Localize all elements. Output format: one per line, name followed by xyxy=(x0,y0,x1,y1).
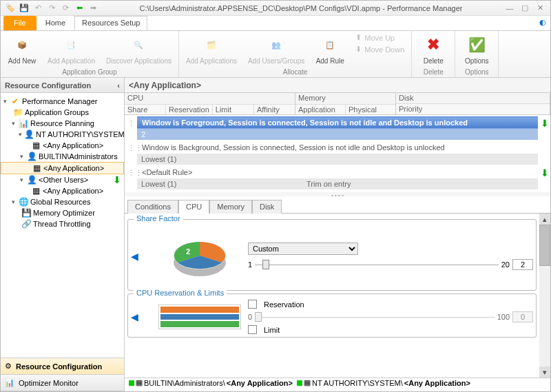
col-memory[interactable]: Memory xyxy=(295,93,395,104)
col-cpu[interactable]: CPU xyxy=(125,93,295,104)
scroll-up-icon[interactable]: ▴ xyxy=(539,214,550,225)
share-slider[interactable]: 1 20 xyxy=(248,259,533,270)
tree-thread-throttling[interactable]: 🔗Thread Throttling xyxy=(1,218,124,229)
slider-max: 100 xyxy=(497,313,510,321)
tree-user-other[interactable]: ▾👤<Other Users>⬇ xyxy=(1,174,124,185)
tree-resource-planning[interactable]: ▾📊Resource Planning xyxy=(1,118,124,129)
rule-trim-value: Trim on entry xyxy=(306,180,396,188)
redo-icon[interactable]: ↷ xyxy=(46,3,57,14)
rule-row[interactable]: ⋮⋮ Window is Background, Session is conn… xyxy=(137,141,538,165)
tree-global-resources[interactable]: ▾🌐Global Resources xyxy=(1,196,124,207)
col-share[interactable]: Share xyxy=(125,104,165,114)
tab-resources-setup[interactable]: Resources Setup xyxy=(74,16,147,30)
rule-row-selected[interactable]: ⋮⋮ Window is Foreground, Session is conn… xyxy=(137,116,538,140)
tree-any-app-3[interactable]: ▦<Any Application> xyxy=(1,185,124,196)
sidebar-title: Resource Configuration xyxy=(5,81,91,90)
reservation-slider[interactable]: 0 100 xyxy=(248,311,533,322)
slider-min: 1 xyxy=(248,260,252,269)
tab-home[interactable]: Home xyxy=(38,16,73,30)
user-icon: 👤 xyxy=(27,175,37,185)
share-mode-select[interactable]: Custom xyxy=(248,243,358,255)
status-app: <Any Application> xyxy=(227,379,293,387)
refresh-icon[interactable]: ⟳ xyxy=(60,3,71,14)
app-icon: ▦ xyxy=(32,163,41,173)
collapse-icon[interactable]: ‹ xyxy=(117,81,120,90)
ribbon: 📦 Add New 📑 Add Application 🔍 Discover A… xyxy=(1,31,550,78)
add-rule-button[interactable]: 📋 Add Rule xyxy=(313,32,347,66)
tab-file[interactable]: File xyxy=(3,16,37,30)
rule-share-value: 2 xyxy=(137,129,538,140)
tree-label: Global Resources xyxy=(30,198,90,206)
rule-title: <Default Rule> xyxy=(137,166,538,178)
share-value-input[interactable] xyxy=(512,259,533,270)
app-icon: ▦ xyxy=(136,378,143,387)
tree-root[interactable]: ▾✔Performance Manager xyxy=(1,96,124,107)
slider-thumb[interactable] xyxy=(262,260,269,269)
drag-handle-icon[interactable]: ⋮⋮ xyxy=(127,119,143,128)
panel-label: Resource Configuration xyxy=(16,362,102,371)
tree-app-groups[interactable]: 📁Application Groups xyxy=(1,107,124,118)
move-left-icon[interactable]: ◀ xyxy=(131,311,152,322)
drag-handle-icon[interactable]: ⋮⋮ xyxy=(127,169,143,178)
tree-user-builtin-admin[interactable]: ▾👤BUILTIN\Administrators xyxy=(1,151,124,162)
panel-resource-configuration[interactable]: ⚙Resource Configuration xyxy=(1,358,124,375)
group-legend: Share Factor xyxy=(134,214,183,223)
options-icon: ✅ xyxy=(466,34,488,56)
help-icon[interactable]: ◐ xyxy=(539,18,546,27)
arrow-down-icon: ⬇ xyxy=(355,45,362,54)
rule-share-value: Lowest (1) xyxy=(141,180,306,188)
delete-button[interactable]: ✖ Delete xyxy=(416,32,450,66)
col-disk[interactable]: Disk xyxy=(396,93,550,103)
sidebar-bottom-panels: ⚙Resource Configuration 📊Optimizer Monit… xyxy=(1,358,124,391)
folder-icon: 📁 xyxy=(13,107,23,117)
col-application[interactable]: Application xyxy=(295,104,345,114)
tree-any-app-1[interactable]: ▦<Any Application> xyxy=(1,140,124,151)
app-icon: ▦ xyxy=(304,378,311,387)
tree-memory-optimizer[interactable]: 💾Memory Optimizer xyxy=(1,207,124,218)
back-icon[interactable]: ⬅ xyxy=(74,3,85,14)
col-reservation[interactable]: Reservation xyxy=(165,104,212,114)
drag-handle-icon[interactable]: ⋮⋮ xyxy=(127,144,143,153)
col-limit[interactable]: Limit xyxy=(212,104,253,114)
scrollbar[interactable]: ▴ ▾ xyxy=(539,214,550,378)
options-button[interactable]: ✅ Options xyxy=(459,32,494,66)
move-left-icon[interactable]: ◀ xyxy=(131,251,152,262)
move-down-arrow-icon[interactable]: ⬇ xyxy=(113,174,121,185)
tree-user-nt-authority[interactable]: ▾👤NT AUTHORITY\SYSTEM xyxy=(1,129,124,140)
tree-label: Resource Planning xyxy=(30,119,94,127)
title-bar: 🏷️ 💾 ↶ ↷ ⟳ ⬅ ➡ C:\Users\Administrator.AP… xyxy=(1,1,550,16)
limit-checkbox[interactable] xyxy=(248,325,257,334)
col-priority[interactable]: Priority xyxy=(396,103,550,114)
tree-label: Thread Throttling xyxy=(33,220,91,228)
scroll-down-icon[interactable]: ▾ xyxy=(539,367,550,378)
save-icon[interactable]: 💾 xyxy=(19,3,30,14)
col-physical[interactable]: Physical xyxy=(345,104,395,114)
ribbon-tab-strip: File Home Resources Setup ◐ xyxy=(1,16,550,31)
close-icon[interactable]: ✕ xyxy=(534,3,546,14)
tree-label: BUILTIN\Administrators xyxy=(39,152,118,161)
share-factor-group: Share Factor ◀ 2 Custom xyxy=(127,219,537,291)
delete-label: Delete xyxy=(424,57,444,65)
reservation-checkbox[interactable] xyxy=(248,300,257,309)
tab-disk[interactable]: Disk xyxy=(252,200,282,214)
tab-memory[interactable]: Memory xyxy=(209,200,252,214)
tab-cpu[interactable]: CPU xyxy=(178,200,209,214)
slider-thumb[interactable] xyxy=(255,312,262,322)
rule-row-default[interactable]: ⋮⋮ <Default Rule> Lowest (1) Trim on ent… xyxy=(137,166,538,189)
discover-icon: 🔍 xyxy=(127,34,149,56)
add-new-button[interactable]: 📦 Add New xyxy=(5,32,39,66)
move-down-arrow-icon[interactable]: ⬇ xyxy=(541,167,549,178)
minimize-icon[interactable]: — xyxy=(503,3,516,14)
col-affinity[interactable]: Affinity xyxy=(253,104,295,114)
add-users-icon: 👥 xyxy=(265,34,287,56)
add-application-icon: 📑 xyxy=(60,34,82,56)
undo-icon[interactable]: ↶ xyxy=(32,3,43,14)
tree-any-app-selected[interactable]: ▦<Any Application> xyxy=(1,162,124,174)
move-down-arrow-icon[interactable]: ⬇ xyxy=(541,118,549,129)
maximize-icon[interactable]: ▢ xyxy=(519,3,531,14)
panel-optimizer-monitor[interactable]: 📊Optimizer Monitor xyxy=(1,375,124,391)
tree-label: Application Groups xyxy=(25,108,89,116)
tab-conditions[interactable]: Conditions xyxy=(127,200,178,214)
fwd-icon[interactable]: ➡ xyxy=(87,3,98,14)
scroll-thumb[interactable] xyxy=(539,225,550,266)
